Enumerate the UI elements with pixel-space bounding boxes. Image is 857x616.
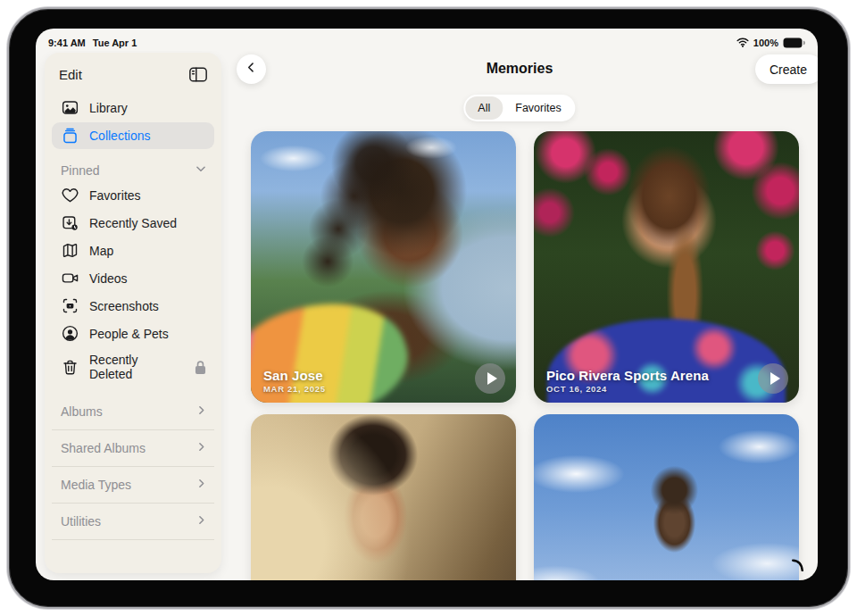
screenshot-icon xyxy=(61,296,79,315)
status-bar: 9:41 AM Tue Apr 1 100% xyxy=(36,29,818,51)
sidebar-item-screenshots[interactable]: Screenshots xyxy=(52,292,214,320)
memory-date: MAR 21, 2025 xyxy=(263,384,326,394)
video-camera-icon xyxy=(61,269,79,287)
sidebar-item-favorites[interactable]: Favorites xyxy=(52,181,214,209)
memory-date: OCT 16, 2024 xyxy=(546,384,607,394)
edit-button[interactable]: Edit xyxy=(59,67,82,82)
memory-title: San Jose xyxy=(263,368,323,383)
sidebar-item-label: Favorites xyxy=(89,188,141,203)
photos-library-icon xyxy=(61,98,79,117)
chevron-right-icon xyxy=(196,478,207,492)
collections-stack-icon xyxy=(61,127,79,146)
section-label: Shared Albums xyxy=(61,441,146,455)
marketing-canvas: 9:41 AM Tue Apr 1 100% Edit xyxy=(0,0,857,616)
chevron-right-icon xyxy=(196,441,207,455)
chevron-right-icon xyxy=(196,514,207,529)
memory-photo-man-stone-wall xyxy=(251,414,516,580)
sidebar-item-label: People & Pets xyxy=(89,327,169,341)
main-header: Memories Create xyxy=(221,54,818,85)
memory-card-san-jose[interactable]: San Jose MAR 21, 2025 xyxy=(251,131,516,403)
sidebar-item-recently-saved[interactable]: Recently Saved xyxy=(52,209,214,237)
play-icon xyxy=(770,372,780,385)
sidebar-item-people-pets[interactable]: People & Pets xyxy=(52,320,214,347)
recently-saved-icon xyxy=(61,213,79,232)
screen: 9:41 AM Tue Apr 1 100% Edit xyxy=(36,29,818,580)
pinned-section-header[interactable]: Pinned xyxy=(52,150,214,181)
create-button[interactable]: Create xyxy=(755,54,818,84)
sidebar-item-label: Videos xyxy=(89,271,128,286)
segment-favorites[interactable]: Favorites xyxy=(503,96,573,120)
screen-corner-curl xyxy=(791,559,805,575)
sidebar-item-map[interactable]: Map xyxy=(52,237,214,264)
sidebar-item-recently-deleted[interactable]: Recently Deleted xyxy=(52,347,214,387)
wifi-icon xyxy=(736,37,749,47)
pinned-label: Pinned xyxy=(61,163,100,178)
sidebar: Edit Library xyxy=(45,53,221,573)
sidebar-header: Edit xyxy=(52,62,214,85)
section-label: Albums xyxy=(61,404,103,419)
section-label: Utilities xyxy=(61,514,101,529)
lock-icon xyxy=(194,360,207,375)
memory-photo-woman-blue-floral xyxy=(534,131,799,403)
sidebar-item-library[interactable]: Library xyxy=(52,94,214,121)
sidebar-toggle-icon[interactable] xyxy=(187,63,209,85)
status-date: Tue Apr 1 xyxy=(93,37,137,48)
memory-card-3[interactable] xyxy=(251,414,516,580)
sidebar-list: Library Collections Pinned xyxy=(52,94,214,540)
chevron-right-icon xyxy=(196,404,207,419)
trash-icon xyxy=(61,358,79,377)
memory-photo-girl-rainbow-sweater xyxy=(251,131,516,403)
sidebar-item-label: Collections xyxy=(89,129,150,143)
sidebar-item-label: Map xyxy=(89,244,113,258)
sidebar-item-label: Library xyxy=(89,101,128,115)
sidebar-section-media-types[interactable]: Media Types xyxy=(52,467,214,504)
map-icon xyxy=(61,241,79,260)
play-button[interactable] xyxy=(758,363,788,394)
memory-card-pico-rivera[interactable]: Pico Rivera Sports Arena OCT 16, 2024 xyxy=(534,131,799,403)
main-content: Memories Create All Favorites San Jose M… xyxy=(221,51,818,580)
sidebar-item-label: Screenshots xyxy=(89,299,159,313)
memories-grid: San Jose MAR 21, 2025 Pico Rivera Sports… xyxy=(251,131,799,580)
screen-body: Edit Library xyxy=(36,51,818,580)
sidebar-section-utilities[interactable]: Utilities xyxy=(52,504,214,540)
sidebar-section-albums[interactable]: Albums xyxy=(52,394,214,430)
battery-full-icon xyxy=(783,37,805,48)
memory-photo-man-cloudy-sky xyxy=(534,414,799,580)
status-time: 9:41 AM xyxy=(48,37,86,48)
battery-percent: 100% xyxy=(753,37,778,48)
person-circle-icon xyxy=(61,324,79,343)
memory-card-4[interactable] xyxy=(534,414,799,580)
section-label: Media Types xyxy=(61,478,131,492)
sidebar-item-label: Recently Saved xyxy=(89,216,177,230)
sidebar-section-shared-albums[interactable]: Shared Albums xyxy=(52,430,214,467)
segment-all[interactable]: All xyxy=(465,96,503,120)
play-icon xyxy=(487,372,497,385)
filter-segmented-control: All Favorites xyxy=(463,95,575,121)
chevron-down-icon xyxy=(195,162,207,178)
page-title: Memories xyxy=(221,61,818,77)
sidebar-item-label: Recently Deleted xyxy=(89,353,175,381)
heart-icon xyxy=(61,186,79,204)
sidebar-item-videos[interactable]: Videos xyxy=(52,264,214,292)
play-button[interactable] xyxy=(475,363,505,394)
memory-title: Pico Rivera Sports Arena xyxy=(546,368,709,383)
sidebar-item-collections[interactable]: Collections xyxy=(52,122,214,149)
